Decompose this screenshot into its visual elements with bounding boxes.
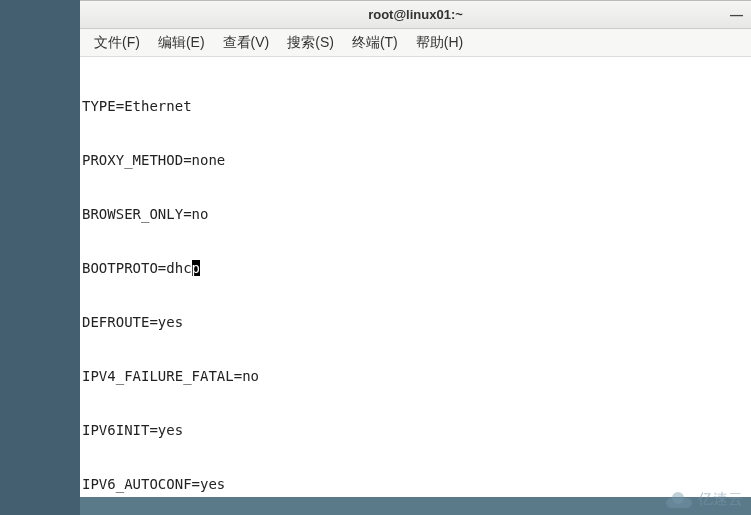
titlebar[interactable]: root@linux01:~ — [80, 1, 751, 29]
terminal-content[interactable]: TYPE=Ethernet PROXY_METHOD=none BROWSER_… [80, 57, 751, 497]
file-line: IPV6_AUTOCONF=yes [80, 475, 751, 493]
file-line: BROWSER_ONLY=no [80, 205, 751, 223]
desktop-background [0, 0, 80, 515]
file-line: DEFROUTE=yes [80, 313, 751, 331]
file-line: IPV6INIT=yes [80, 421, 751, 439]
minimize-button[interactable]: — [730, 8, 743, 21]
window-title: root@linux01:~ [368, 7, 463, 22]
file-line: BOOTPROTO=dhcp [80, 259, 751, 277]
file-line: TYPE=Ethernet [80, 97, 751, 115]
line-prefix: BOOTPROTO=dhc [82, 260, 192, 276]
cursor: p [192, 260, 200, 276]
terminal-window: root@linux01:~ — 文件(F) 编辑(E) 查看(V) 搜索(S)… [80, 0, 751, 497]
file-line: PROXY_METHOD=none [80, 151, 751, 169]
window-controls: — [730, 8, 743, 21]
menu-terminal[interactable]: 终端(T) [344, 32, 406, 54]
menu-edit[interactable]: 编辑(E) [150, 32, 213, 54]
menu-help[interactable]: 帮助(H) [408, 32, 471, 54]
file-line: IPV4_FAILURE_FATAL=no [80, 367, 751, 385]
menu-file[interactable]: 文件(F) [86, 32, 148, 54]
menubar: 文件(F) 编辑(E) 查看(V) 搜索(S) 终端(T) 帮助(H) [80, 29, 751, 57]
menu-search[interactable]: 搜索(S) [279, 32, 342, 54]
menu-view[interactable]: 查看(V) [215, 32, 278, 54]
